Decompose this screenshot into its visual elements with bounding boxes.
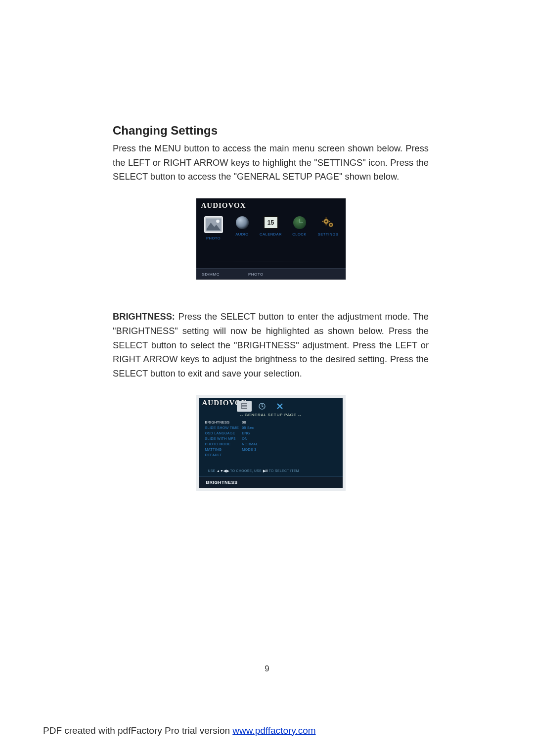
menu-item-audio[interactable]: AUDIO [229,216,256,240]
brand-logo: AUDIOVOX [201,201,246,210]
setup-tab-general[interactable] [237,401,252,412]
menu-item-photo[interactable]: PHOTO [200,216,227,240]
setting-value: MODE 3 [242,447,261,452]
manual-page: Changing Settings Press the MENU button … [0,0,534,756]
menu-bottom-bar: SD/MMC PHOTO [196,268,346,280]
clock-small-icon [258,402,266,410]
settings-row[interactable]: OSD LANGUAGEENG [205,430,261,436]
pdf-factory-link[interactable]: www.pdffactory.com [232,725,315,736]
navigation-hint: USE ▲▼◀▶ TO CHOOSE, USE ▶II TO SELECT IT… [208,469,299,473]
setup-page-screenshot: AUDIOVOX -- GENERAL SETUP PAGE -- BRIGHT… [196,395,346,491]
setting-key: SLIDE WITH MP3 [205,436,242,441]
settings-row[interactable]: SLIDE WITH MP3ON [205,436,261,441]
setup-tab-row [237,401,287,412]
svg-point-10 [330,224,331,226]
media-indicator: SD/MMC [202,272,220,277]
setting-value: 00 [242,420,261,425]
settings-icon [321,216,335,229]
setting-value: NORMAL [242,441,261,447]
setting-value: ON [242,436,261,441]
settings-row[interactable]: PHOTO MODENORMAL [205,441,261,447]
setting-key: OSD LANGUAGE [205,430,242,436]
menu-divider [196,262,346,262]
svg-rect-12 [242,404,247,405]
settings-row[interactable]: BRIGHTNESS00 [205,420,261,425]
menu-label: SETTINGS [318,232,339,236]
close-icon [276,402,284,410]
svg-rect-7 [322,221,323,222]
sliders-icon [240,402,248,410]
setting-key: BRIGHTNESS [205,420,242,425]
settings-row[interactable]: MATTINGMODE 3 [205,447,261,452]
setting-key: PHOTO MODE [205,441,242,447]
svg-rect-8 [328,221,330,222]
brightness-paragraph: BRIGHTNESS: Press the SELECT button to e… [113,310,429,381]
intro-paragraph: Press the MENU button to access the main… [113,142,429,184]
menu-label: PHOTO [206,236,221,240]
setting-value: 05 Sec [242,425,261,430]
clock-icon [293,216,306,229]
menu-label: AUDIO [235,232,248,236]
main-menu-screenshot: AUDIOVOX PHOTO AUDIO 15 CALENDAR CLOCK [196,198,346,280]
setting-value [242,452,261,458]
menu-item-settings[interactable]: SETTINGS [315,216,342,240]
mode-indicator: PHOTO [248,272,264,277]
menu-label: CALENDAR [260,232,282,236]
setup-page-title: -- GENERAL SETUP PAGE -- [199,413,343,417]
setting-value: ENG [242,430,261,436]
brightness-label: BRIGHTNESS: [113,311,175,322]
setting-key: SLIDE SHOW TIME [205,425,242,430]
setup-tab-close[interactable] [272,401,287,412]
setup-tab-clock[interactable] [255,401,269,412]
audio-icon [236,216,249,229]
page-number: 9 [0,664,534,674]
settings-table: BRIGHTNESS00SLIDE SHOW TIME05 SecOSD LAN… [205,420,261,458]
svg-point-2 [216,220,220,223]
svg-rect-5 [325,218,326,219]
menu-icon-row: PHOTO AUDIO 15 CALENDAR CLOCK [200,216,342,240]
svg-point-4 [325,221,327,223]
svg-rect-13 [242,406,247,407]
menu-item-calendar[interactable]: 15 CALENDAR [258,216,284,240]
menu-item-clock[interactable]: CLOCK [286,216,313,240]
photo-icon [204,216,223,233]
setting-key: DEFAULT [205,452,242,458]
pdf-factory-footer: PDF created with pdfFactory Pro trial ve… [43,725,316,736]
menu-label: CLOCK [292,232,306,236]
setup-footer: BRIGHTNESS [199,476,343,488]
pdf-footer-text: PDF created with pdfFactory Pro trial ve… [43,725,232,736]
setting-key: MATTING [205,447,242,452]
section-heading: Changing Settings [113,124,429,138]
settings-row[interactable]: SLIDE SHOW TIME05 Sec [205,425,261,430]
setup-footer-label: BRIGHTNESS [206,480,238,485]
svg-rect-14 [242,407,247,408]
settings-row[interactable]: DEFAULT [205,452,261,458]
svg-rect-6 [325,224,326,226]
calendar-icon: 15 [264,216,278,229]
